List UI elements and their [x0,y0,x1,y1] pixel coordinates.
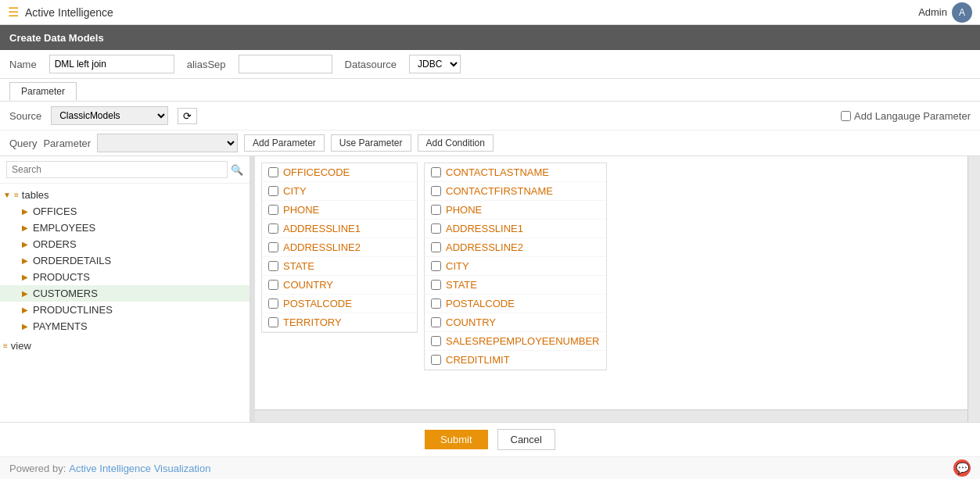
customers-col-checkbox[interactable] [431,186,441,196]
offices-col-checkbox[interactable] [268,167,278,177]
productlines-expand-icon: ▶ [22,306,30,314]
payments-label: PAYMENTS [33,320,88,332]
use-parameter-button[interactable]: Use Parameter [331,134,411,152]
search-icon: 🔍 [231,164,243,176]
offices-column-item: POSTALCODE [262,295,417,313]
orders-label: ORDERS [33,238,77,250]
footer-bar: Powered by: Active Intelligence Visualiz… [0,456,980,479]
customers-col-checkbox[interactable] [431,317,441,327]
customers-col-checkbox[interactable] [431,167,441,177]
tree-item-productlines[interactable]: ▶ PRODUCTLINES [0,302,249,318]
query-label: Query [9,138,37,149]
view-icon: ≡ [3,341,8,350]
customers-column-item: CONTACTLASTNAME [425,163,606,182]
tree-item-offices[interactable]: ▶ OFFICES [0,203,249,220]
customers-column-item: SALESREPEMPLOYEENUMBER [425,332,606,351]
submit-button[interactable]: Submit [425,430,487,449]
offices-col-checkbox[interactable] [268,261,278,271]
customers-col-checkbox[interactable] [431,355,441,365]
orderdetails-expand-icon: ▶ [22,256,30,265]
avatar[interactable]: A [952,2,972,23]
app-title: Active Intelligence [25,6,113,19]
tree-panel: ▼ ≡ tables ▶ OFFICES ▶ EMPLOYEES ▶ ORDER… [0,184,249,422]
user-name: Admin [918,6,947,18]
customers-col-name: COUNTRY [446,316,496,328]
view-label: view [11,340,31,352]
products-label: PRODUCTS [33,271,90,283]
offices-col-name: PHONE [283,204,319,216]
source-select[interactable]: ClassicModels [51,106,168,125]
payments-expand-icon: ▶ [22,322,30,331]
productlines-label: PRODUCTLINES [33,304,113,316]
customers-col-name: PHONE [446,204,482,216]
customers-col-checkbox[interactable] [431,280,441,290]
footer-link[interactable]: Active Intelligence Visualization [69,463,210,474]
top-nav: ☰ Active Intelligence Admin A [0,0,980,25]
refresh-button[interactable]: ⟳ [178,108,197,124]
source-label: Source [9,110,41,122]
offices-col-checkbox[interactable] [268,242,278,252]
tree-item-orderdetails[interactable]: ▶ ORDERDETAILS [0,252,249,269]
customers-col-checkbox[interactable] [431,298,441,309]
offices-expand-icon: ▶ [22,207,30,216]
vertical-scrollbar[interactable] [967,156,980,422]
add-parameter-button[interactable]: Add Parameter [244,134,325,152]
tree-view-root[interactable]: ≡ view [0,338,249,354]
page-title: Create Data Models [9,32,104,44]
offices-column-list: OFFICECODECITYPHONEADDRESSLINE1ADDRESSLI… [261,163,418,333]
customers-col-checkbox[interactable] [431,336,441,346]
offices-col-checkbox[interactable] [268,223,278,234]
offices-col-name: STATE [283,260,314,272]
query-row: Query Parameter Add Parameter Use Parame… [0,130,980,156]
customers-col-name: CONTACTFIRSTNAME [446,185,553,197]
horizontal-scrollbar[interactable] [255,409,967,422]
offices-col-checkbox[interactable] [268,298,278,309]
search-box: 🔍 [0,156,249,184]
tree-item-payments[interactable]: ▶ PAYMENTS [0,318,249,334]
customers-col-name: ADDRESSLINE2 [446,241,523,253]
customers-col-checkbox[interactable] [431,242,441,252]
tree-item-products[interactable]: ▶ PRODUCTS [0,269,249,285]
offices-col-name: CITY [283,185,307,197]
cancel-button[interactable]: Cancel [497,429,555,450]
name-input[interactable] [49,55,174,73]
offices-label: OFFICES [33,206,77,217]
offices-col-checkbox[interactable] [268,280,278,290]
tree-item-orders[interactable]: ▶ ORDERS [0,236,249,252]
right-panel: OFFICECODECITYPHONEADDRESSLINE1ADDRESSLI… [255,156,967,422]
customers-col-checkbox[interactable] [431,223,441,234]
tab-parameter[interactable]: Parameter [9,82,77,101]
customers-col-name: CREDITLIMIT [446,354,510,366]
search-input[interactable] [6,161,228,178]
tree-tables-root[interactable]: ▼ ≡ tables [0,187,249,203]
lang-param-checkbox[interactable] [841,111,851,121]
customers-column-item: POSTALCODE [425,295,606,313]
offices-column-item: PHONE [262,201,417,220]
lang-param-label: Add Langauge Parameter [854,110,971,122]
parameter-select[interactable] [97,134,238,152]
offices-col-checkbox[interactable] [268,205,278,215]
offices-col-checkbox[interactable] [268,186,278,196]
offices-col-name: OFFICECODE [283,166,350,178]
alias-sep-input[interactable] [239,55,332,73]
offices-column-item: TERRITORY [262,313,417,332]
tables-collapse-icon: ▼ [3,191,11,199]
feedback-icon[interactable]: 💬 [953,459,971,477]
orderdetails-label: ORDERDETAILS [33,255,111,266]
add-condition-button[interactable]: Add Condition [418,134,494,152]
form-bar: Name aliasSep Datasource JDBC [0,50,980,79]
offices-column-item: ADDRESSLINE2 [262,238,417,257]
customers-expand-icon: ▶ [22,289,30,298]
customers-col-checkbox[interactable] [431,205,441,215]
datasource-select[interactable]: JDBC [409,55,461,73]
offices-col-name: COUNTRY [283,279,333,291]
customers-col-checkbox[interactable] [431,261,441,271]
customers-col-name: CONTACTLASTNAME [446,166,549,178]
customers-label: CUSTOMERS [33,288,98,299]
tree-item-customers[interactable]: ▶ CUSTOMERS [0,285,249,302]
offices-column-item: COUNTRY [262,276,417,295]
customers-col-name: ADDRESSLINE1 [446,223,523,234]
customers-col-name: POSTALCODE [446,298,515,309]
tree-item-employees[interactable]: ▶ EMPLOYEES [0,220,249,236]
offices-col-checkbox[interactable] [268,317,278,327]
